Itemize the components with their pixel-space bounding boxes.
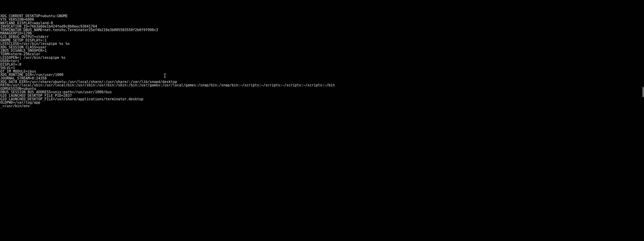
- env-line: INVOCATION_ID=76b3a0de1b424fed9c0b0eec93…: [0, 25, 644, 28]
- env-line: GJS_DEBUG_OUTPUT=stderr: [0, 35, 644, 39]
- env-line: GNOME_SETUP_DISPLAY=:1: [0, 39, 644, 42]
- env-line: LESSCLOSE=/usr/bin/lesspipe %s %s: [0, 42, 644, 46]
- scrollbar-thumb[interactable]: [642, 87, 644, 97]
- env-line: LESSOPEN=| /usr/bin/lesspipe %s: [0, 56, 644, 60]
- env-line: GIO_LAUNCHED_DESKTOP_FILE_PID=2837: [0, 94, 644, 97]
- env-line: PATH=/usr/local/sbin:/usr/local/bin:/usr…: [0, 84, 644, 87]
- env-line: DISPLAY=:0: [0, 63, 644, 66]
- env-line: XDG_SESSION_CLASS=user: [0, 46, 644, 49]
- env-line: GIO_LAUNCHED_DESKTOP_FILE=/usr/share/app…: [0, 97, 644, 101]
- env-line: JOURNAL_STREAM=8:24358: [0, 77, 644, 80]
- env-line: DBUS_SESSION_BUS_ADDRESS=unix:path=/run/…: [0, 90, 644, 94]
- env-line: SHLVL=1: [0, 66, 644, 70]
- env-line: USER=teri: [0, 59, 644, 63]
- env-line: TERM=xterm-256color: [0, 52, 644, 56]
- env-line: OLDPWD=/var/log/app: [0, 101, 644, 104]
- env-line: GDMSESSION=ubuntu: [0, 87, 644, 91]
- env-line: XDG_DATA_DIRS=/usr/share/ubuntu:/usr/loc…: [0, 80, 644, 84]
- env-line: WAYLAND_DISPLAY=wayland-0: [0, 21, 644, 25]
- env-line: MANAGERPID=1296: [0, 32, 644, 35]
- env-line: IBUS_DISABLE_SNOOPER=1: [0, 49, 644, 52]
- scrollbar-track[interactable]: [642, 0, 644, 241]
- env-line: VTE_VERSION=6800: [0, 18, 644, 21]
- env-line: QT_IM_MODULE=ibus: [0, 70, 644, 73]
- env-line: _=/usr/bin/env: [0, 104, 644, 108]
- env-line: XDG_RUNTIME_DIR=/run/user/1000: [0, 73, 644, 77]
- env-line: XDG_CURRENT_DESKTOP=ubuntu:GNOME: [0, 14, 644, 18]
- env-line: TERMINATOR_DBUS_NAME=net.tenshu.Terminat…: [0, 28, 644, 32]
- terminal-output[interactable]: XDG_CURRENT_DESKTOP=ubuntu:GNOMEVTE_VERS…: [0, 14, 644, 108]
